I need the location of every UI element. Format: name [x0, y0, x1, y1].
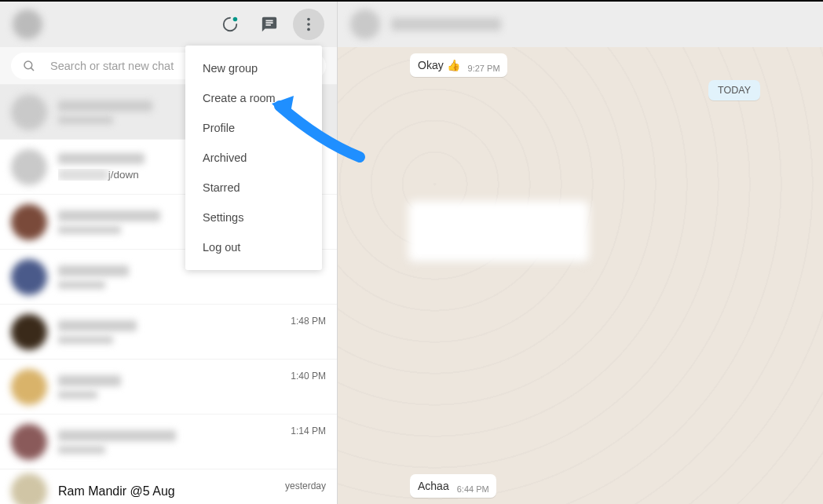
chat-item[interactable]: 1:14 PM [0, 415, 337, 469]
message-time: 9:27 PM [468, 64, 500, 73]
overflow-menu: New group Create a room Profile Archived… [185, 46, 322, 270]
chat-time: 1:14 PM [291, 425, 326, 436]
contact-name [391, 18, 501, 31]
svg-point-4 [24, 61, 32, 69]
conversation-header [338, 2, 823, 47]
menu-create-room[interactable]: Create a room [185, 83, 322, 113]
right-panel: Okay 👍 9:27 PM TODAY Achaa 6:44 PM [338, 2, 823, 504]
menu-archived[interactable]: Archived [185, 143, 322, 173]
day-separator: TODAY [708, 80, 760, 100]
message-bubble[interactable] [408, 201, 589, 262]
avatar [11, 424, 47, 460]
chat-name: Ram Mandir @5 Aug [58, 484, 274, 499]
left-panel: j/down [0, 2, 338, 504]
avatar [11, 149, 47, 185]
chat-pane: Okay 👍 9:27 PM TODAY Achaa 6:44 PM [338, 47, 823, 504]
avatar [11, 94, 47, 130]
message-text: Okay 👍 [418, 59, 460, 71]
menu-new-group[interactable]: New group [185, 53, 322, 83]
svg-point-1 [307, 18, 310, 21]
contact-avatar[interactable] [350, 9, 380, 39]
chat-time: 1:48 PM [291, 316, 326, 327]
menu-starred[interactable]: Starred [185, 173, 322, 203]
menu-settings[interactable]: Settings [185, 203, 322, 232]
avatar [11, 473, 47, 505]
avatar [11, 369, 47, 405]
menu-logout[interactable]: Log out [185, 232, 322, 262]
chat-item[interactable]: 1:40 PM [0, 360, 337, 415]
svg-line-5 [31, 68, 34, 71]
message-text: Achaa [418, 480, 449, 492]
menu-icon[interactable] [293, 9, 324, 40]
svg-point-3 [307, 28, 310, 31]
chat-item[interactable]: Ram Mandir @5 Aug yesterday [0, 469, 337, 504]
avatar [11, 204, 47, 240]
chat-time: 1:40 PM [291, 371, 326, 382]
avatar [11, 314, 47, 350]
status-icon[interactable] [214, 9, 246, 40]
search-icon [22, 59, 36, 73]
svg-point-0 [233, 17, 238, 22]
chat-item[interactable]: 1:48 PM [0, 305, 337, 360]
chat-time: yesterday [285, 480, 326, 491]
left-header [0, 2, 337, 47]
my-avatar[interactable] [13, 9, 42, 39]
message-time: 6:44 PM [457, 484, 489, 494]
message-bubble[interactable]: Achaa 6:44 PM [410, 474, 496, 498]
avatar [11, 259, 47, 295]
svg-point-2 [307, 23, 310, 26]
menu-profile[interactable]: Profile [185, 113, 322, 143]
new-chat-icon[interactable] [254, 9, 285, 40]
day-label: TODAY [708, 80, 760, 100]
message-bubble[interactable]: Okay 👍 9:27 PM [410, 53, 507, 77]
